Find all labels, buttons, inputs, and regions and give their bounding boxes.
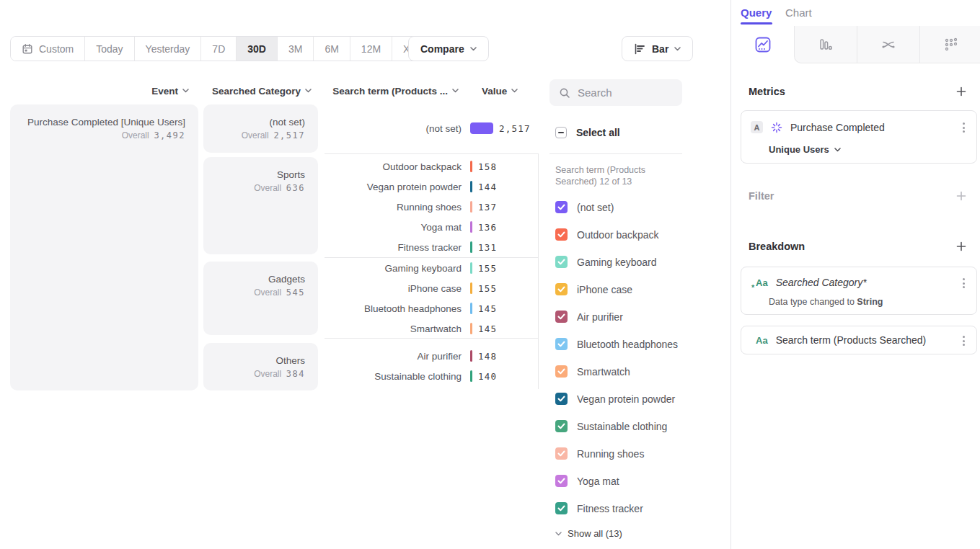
select-all-checkbox[interactable] bbox=[555, 127, 567, 138]
filter-checkbox-item[interactable]: Outdoor backpack bbox=[555, 228, 659, 241]
checkbox[interactable] bbox=[555, 311, 568, 323]
compare-button[interactable]: Compare bbox=[408, 36, 489, 61]
date-range-button[interactable]: 6M bbox=[314, 37, 350, 61]
select-all-row[interactable]: Select all bbox=[555, 127, 620, 138]
checkbox[interactable] bbox=[555, 447, 568, 460]
term-row[interactable]: Fitness tracker 131 bbox=[325, 237, 538, 257]
checkbox[interactable] bbox=[555, 201, 568, 213]
value-bar[interactable] bbox=[470, 201, 472, 213]
filter-checkbox-item[interactable]: Fitness tracker bbox=[555, 502, 643, 514]
checkbox[interactable] bbox=[555, 420, 568, 432]
breakdown-heading: Breakdown bbox=[749, 241, 805, 252]
value-bar[interactable] bbox=[470, 303, 472, 314]
term-row[interactable]: Gaming keyboard 155 bbox=[325, 258, 538, 278]
date-range-button[interactable]: 7D bbox=[201, 37, 237, 61]
value-bar[interactable] bbox=[470, 241, 472, 253]
category-cell[interactable]: Others Overall 384 bbox=[203, 343, 318, 390]
filter-checkbox-item[interactable]: Bluetooth headphones bbox=[555, 338, 678, 350]
value-bar[interactable] bbox=[470, 262, 472, 274]
value-bar[interactable] bbox=[470, 122, 493, 134]
date-range-button[interactable]: 30D bbox=[237, 37, 278, 61]
checkbox[interactable] bbox=[555, 283, 568, 295]
date-range-label: 7D bbox=[212, 43, 225, 55]
term-row[interactable]: Air purifier 148 bbox=[325, 346, 538, 366]
add-breakdown-button[interactable] bbox=[955, 241, 967, 252]
value-bar[interactable] bbox=[470, 221, 472, 233]
breakdown-card-searched-category[interactable]: Aa* Searched Category* Data type changed… bbox=[741, 267, 977, 315]
value-bar[interactable] bbox=[470, 370, 472, 382]
metric-event-name: Purchase Completed bbox=[790, 122, 885, 133]
event-cell[interactable]: Purchase Completed [Unique Users] Overal… bbox=[10, 104, 198, 390]
show-all-button[interactable]: Show all (13) bbox=[555, 528, 622, 539]
value-bar[interactable] bbox=[470, 323, 472, 334]
checkmark-icon bbox=[557, 423, 565, 429]
tab-query[interactable]: Query bbox=[741, 6, 772, 19]
date-range-button[interactable]: 3M bbox=[278, 37, 314, 61]
column-header-search-term[interactable]: Search term (Products ... bbox=[310, 84, 459, 97]
term-row[interactable]: Sustainable clothing 140 bbox=[325, 366, 538, 386]
add-filter-button[interactable] bbox=[955, 190, 967, 202]
filter-checkbox-item[interactable]: Air purifier bbox=[555, 311, 623, 323]
breakdown-card-search-term[interactable]: Aa Search term (Products Searched) bbox=[741, 326, 977, 354]
date-range-button[interactable]: 12M bbox=[350, 37, 392, 61]
filter-checkbox-item[interactable]: Gaming keyboard bbox=[555, 256, 657, 268]
category-overall: Overall 545 bbox=[212, 287, 305, 298]
term-value: 131 bbox=[478, 242, 497, 253]
filter-checkbox-item[interactable]: Sustainable clothing bbox=[555, 420, 667, 432]
date-range-button[interactable]: Today bbox=[85, 37, 134, 61]
column-header-value[interactable]: Value bbox=[482, 84, 532, 97]
checkbox[interactable] bbox=[555, 475, 568, 487]
checkbox[interactable] bbox=[555, 228, 568, 241]
value-bar[interactable] bbox=[470, 181, 472, 192]
metric-menu-button[interactable] bbox=[961, 121, 966, 134]
column-header-searched-category[interactable]: Searched Category bbox=[203, 84, 312, 97]
term-row[interactable]: (not set) 2,517 bbox=[325, 118, 538, 138]
chart-type-button[interactable]: Bar bbox=[622, 36, 693, 61]
modified-asterisk: * bbox=[751, 283, 754, 292]
aggregation-label: Unique Users bbox=[769, 144, 829, 155]
tab-chart[interactable]: Chart bbox=[785, 6, 812, 19]
column-header-label: Search term (Products ... bbox=[332, 86, 448, 97]
column-header-label: Event bbox=[151, 86, 178, 97]
filter-checkbox-item[interactable]: (not set) bbox=[555, 201, 614, 213]
value-bar[interactable] bbox=[470, 282, 472, 294]
checkmark-icon bbox=[557, 286, 565, 293]
term-row[interactable]: Yoga mat 136 bbox=[325, 217, 538, 237]
term-row[interactable]: Outdoor backpack 158 bbox=[325, 156, 538, 177]
term-row[interactable]: Vegan protein powder 144 bbox=[325, 177, 538, 197]
column-header-label: Searched Category bbox=[212, 86, 301, 97]
checkbox[interactable] bbox=[555, 256, 568, 268]
category-cell[interactable]: (not set) Overall 2,517 bbox=[203, 104, 318, 153]
term-row[interactable]: iPhone case 155 bbox=[325, 278, 538, 298]
filter-checkbox-item[interactable]: iPhone case bbox=[555, 283, 632, 295]
filter-checkbox-item[interactable]: Vegan protein powder bbox=[555, 393, 675, 405]
breakdown-menu-button[interactable] bbox=[961, 277, 966, 290]
filter-checkbox-item[interactable]: Running shoes bbox=[555, 447, 644, 460]
date-range-button[interactable]: Yesterday bbox=[135, 37, 202, 61]
date-range-button[interactable]: Custom bbox=[11, 37, 85, 61]
category-cell[interactable]: Gadgets Overall 545 bbox=[203, 262, 318, 335]
value-bar[interactable] bbox=[470, 350, 472, 362]
checkbox[interactable] bbox=[555, 393, 568, 405]
checkbox[interactable] bbox=[555, 338, 568, 350]
tab-insights-chart[interactable] bbox=[731, 26, 794, 63]
tab-flows[interactable] bbox=[857, 26, 919, 63]
add-metric-button[interactable] bbox=[955, 86, 967, 97]
filter-checkbox-item[interactable]: Smartwatch bbox=[555, 365, 630, 378]
checkbox[interactable] bbox=[555, 502, 568, 514]
term-row[interactable]: Bluetooth headphones 145 bbox=[325, 298, 538, 318]
breakdown-menu-button[interactable] bbox=[961, 334, 966, 347]
checkbox[interactable] bbox=[555, 365, 568, 378]
column-header-event[interactable]: Event bbox=[10, 84, 189, 97]
metric-card[interactable]: A Purchase Completed Unique Users bbox=[741, 110, 977, 164]
tab-funnels[interactable] bbox=[794, 26, 857, 63]
term-row[interactable]: Running shoes 137 bbox=[325, 197, 538, 217]
select-all-label: Select all bbox=[576, 127, 620, 138]
tab-retention[interactable] bbox=[919, 26, 980, 63]
term-row[interactable]: Smartwatch 145 bbox=[325, 318, 538, 339]
category-cell[interactable]: Sports Overall 636 bbox=[203, 157, 318, 254]
search-input[interactable] bbox=[578, 86, 671, 99]
value-bar[interactable] bbox=[470, 161, 472, 172]
aggregation-dropdown[interactable]: Unique Users bbox=[769, 144, 841, 155]
filter-checkbox-item[interactable]: Yoga mat bbox=[555, 475, 619, 487]
